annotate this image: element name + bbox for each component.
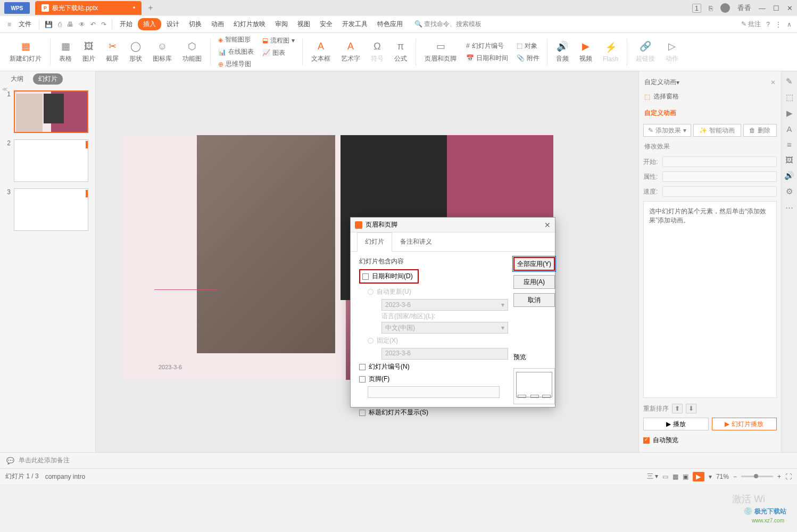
new-slide-button[interactable]: ▦新建幻灯片 xyxy=(5,37,46,68)
slideshow-button[interactable]: ▶ xyxy=(693,472,704,481)
hamburger-icon[interactable]: ≡ xyxy=(5,19,13,30)
shape-button[interactable]: ◯形状 xyxy=(125,37,146,68)
view-reading-icon[interactable]: ▣ xyxy=(683,473,688,480)
menu-slideshow[interactable]: 幻灯片放映 xyxy=(229,18,270,31)
redo-icon[interactable]: ↷ xyxy=(99,19,109,30)
menu-start[interactable]: 开始 xyxy=(115,18,137,31)
print-icon[interactable]: 🖶 xyxy=(65,19,76,30)
new-tab-button[interactable]: + xyxy=(148,3,153,13)
view-sorter-icon[interactable]: ▦ xyxy=(673,473,678,480)
onlinechart-button[interactable]: 📊在线图表 xyxy=(215,46,257,57)
collapse-ribbon-icon[interactable]: ∧ xyxy=(787,21,792,28)
dialog-titlebar[interactable]: 页眉和页脚 ✕ xyxy=(351,218,555,232)
more-icon[interactable]: ⋮ xyxy=(775,21,782,28)
start-combo[interactable] xyxy=(662,156,777,167)
picture-button[interactable]: 🖼图片 xyxy=(78,37,99,68)
checkbox-icon[interactable] xyxy=(362,273,369,280)
apply-all-button[interactable]: 全部应用(Y) xyxy=(513,257,555,271)
tool-transition-icon[interactable]: ▶ xyxy=(786,109,793,118)
thumbnail-1[interactable]: 1 xyxy=(4,90,91,133)
smartart-button[interactable]: ◈智能图形 xyxy=(215,34,257,45)
tab-outline[interactable]: 大纲 xyxy=(5,73,29,85)
tool-more-icon[interactable]: ⋯ xyxy=(785,203,793,212)
table-button[interactable]: ▦表格 xyxy=(55,37,76,68)
formula-button[interactable]: π公式 xyxy=(390,37,411,68)
attachment-button[interactable]: 📎附件 xyxy=(513,53,543,64)
panel-close-icon[interactable]: ✕ xyxy=(770,79,776,86)
avatar[interactable] xyxy=(720,3,730,13)
menu-insert[interactable]: 插入 xyxy=(138,18,161,30)
gift-icon[interactable]: ⎘ xyxy=(709,4,713,12)
play-button[interactable]: ▶播放 xyxy=(643,418,709,430)
datetime-checkbox[interactable]: 日期和时间(D) xyxy=(359,269,419,284)
textbox-button[interactable]: A文本框 xyxy=(307,37,335,68)
tool-stylus-icon[interactable]: ✎ xyxy=(786,77,793,86)
auto-preview-checkbox[interactable]: 自动预览 xyxy=(643,433,777,448)
collapse-icon[interactable]: ≪ xyxy=(2,86,7,92)
undo-icon[interactable]: ↶ xyxy=(88,19,98,30)
datetime-button[interactable]: 📅日期和时间 xyxy=(463,53,511,64)
zoom-in-button[interactable]: + xyxy=(777,473,781,480)
print-preview-icon[interactable]: 👁 xyxy=(77,19,87,30)
fit-button[interactable]: ⛶ xyxy=(785,473,792,480)
speed-combo[interactable] xyxy=(662,186,777,197)
zoom-slider[interactable] xyxy=(741,476,773,477)
footer-checkbox[interactable]: 页脚(F) xyxy=(359,373,508,385)
slidenum-checkbox[interactable]: 幻灯片编号(N) xyxy=(359,361,508,373)
add-effect-button[interactable]: ✎添加效果▾ xyxy=(643,124,691,137)
thumbnail-3[interactable]: 3 xyxy=(4,188,91,231)
menu-security[interactable]: 安全 xyxy=(316,18,337,31)
notes-toggle-icon[interactable]: 三 ▾ xyxy=(647,472,658,481)
smart-anim-button[interactable]: ✨智能动画 xyxy=(693,124,741,137)
slideshow-play-button[interactable]: ▶幻灯片播放 xyxy=(712,418,777,430)
video-button[interactable]: ▶视频 xyxy=(575,37,596,68)
flowchart-button[interactable]: ⬓流程图 ▾ xyxy=(259,35,298,46)
select-pane-button[interactable]: ⬚选择窗格 xyxy=(643,89,777,104)
menu-file[interactable]: 文件 xyxy=(14,18,36,31)
tool-audio-icon[interactable]: 🔊 xyxy=(784,171,794,180)
noshow-checkbox[interactable]: 标题幻灯片不显示(S) xyxy=(359,406,508,419)
menu-animation[interactable]: 动画 xyxy=(207,18,228,31)
save-as-icon[interactable]: ⎙ xyxy=(56,19,64,30)
menu-review[interactable]: 审阅 xyxy=(271,18,292,31)
file-tab[interactable]: P 极光下载站.pptx • xyxy=(35,1,142,15)
dialog-close-button[interactable]: ✕ xyxy=(544,221,551,229)
mindmap-button[interactable]: ⊕思维导图 xyxy=(215,59,257,70)
tool-settings-icon[interactable]: ⚙ xyxy=(786,187,793,196)
cancel-button[interactable]: 取消 xyxy=(513,293,555,307)
dialog-tab-slide[interactable]: 幻灯片 xyxy=(357,232,392,252)
notes-area[interactable]: 💬 单击此处添加备注 xyxy=(0,452,797,468)
move-down-button[interactable]: ⬇ xyxy=(686,404,696,413)
iconlib-button[interactable]: ☺图标库 xyxy=(148,37,176,68)
delete-button[interactable]: 🗑删除 xyxy=(743,124,777,137)
search-commands[interactable]: 🔍 查找命令、搜索模板 xyxy=(414,20,481,29)
audio-button[interactable]: 🔊音频 xyxy=(552,37,573,68)
save-icon[interactable]: 💾 xyxy=(43,19,55,30)
dialog-tab-notes[interactable]: 备注和讲义 xyxy=(392,232,440,251)
badge-icon[interactable]: 1 xyxy=(692,4,701,13)
thumbnail-2[interactable]: 2 xyxy=(4,139,91,182)
tool-font-icon[interactable]: A xyxy=(786,124,792,134)
funcpic-button[interactable]: ⬡功能图 xyxy=(178,37,206,68)
menu-view[interactable]: 视图 xyxy=(293,18,314,31)
prop-combo[interactable] xyxy=(662,171,777,182)
tab-slide[interactable]: 幻灯片 xyxy=(33,73,63,85)
comment-button[interactable]: ✎ 批注 xyxy=(741,20,761,29)
help-button[interactable]: ? xyxy=(766,21,770,28)
object-button[interactable]: ⬚对象 xyxy=(513,40,543,52)
header-footer-button[interactable]: ▭页眉和页脚 xyxy=(420,37,461,68)
close-button[interactable]: ✕ xyxy=(787,4,793,12)
tool-image-icon[interactable]: 🖼 xyxy=(785,155,793,164)
view-normal-icon[interactable]: ▭ xyxy=(662,473,668,480)
move-up-button[interactable]: ⬆ xyxy=(672,404,683,413)
maximize-button[interactable]: ☐ xyxy=(773,4,779,12)
menu-dev[interactable]: 开发工具 xyxy=(338,18,372,31)
menu-special[interactable]: 特色应用 xyxy=(373,18,407,31)
chart-button[interactable]: 📈图表 xyxy=(259,47,298,59)
zoom-value[interactable]: 71% xyxy=(716,473,729,480)
menu-transition[interactable]: 切换 xyxy=(185,18,206,31)
tool-align-icon[interactable]: ≡ xyxy=(787,140,792,149)
screenshot-button[interactable]: ✂截屏 xyxy=(102,37,123,68)
tool-layers-icon[interactable]: ⬚ xyxy=(786,93,793,102)
minimize-button[interactable]: — xyxy=(759,4,766,12)
